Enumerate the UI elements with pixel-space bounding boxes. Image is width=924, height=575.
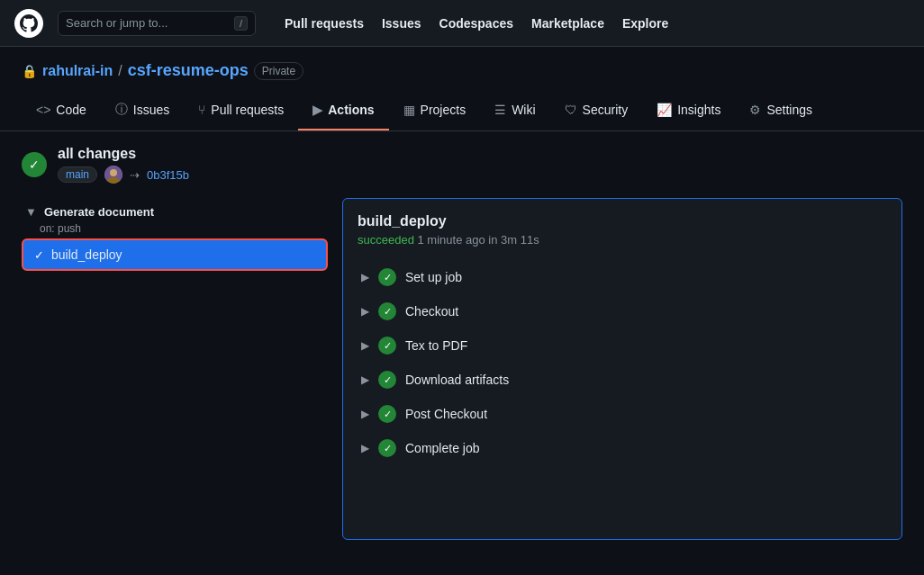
commit-row: ✓ all changes main ⇢ 0b3f15b — [22, 146, 902, 184]
search-bar[interactable]: Search or jump to... / — [58, 11, 256, 36]
step-item[interactable]: ▶ ✓ Complete job — [358, 432, 887, 464]
step-item[interactable]: ▶ ✓ Checkout — [358, 295, 887, 328]
nav-links: Pull requests Issues Codespaces Marketpl… — [277, 13, 675, 34]
step-name: Complete job — [405, 441, 480, 455]
nav-explore[interactable]: Explore — [615, 13, 675, 34]
step-item[interactable]: ▶ ✓ Tex to PDF — [358, 329, 887, 362]
workflow-sublabel: on: push — [22, 222, 328, 235]
step-item[interactable]: ▶ ✓ Download artifacts — [358, 364, 887, 396]
commit-meta: main ⇢ 0b3f15b — [58, 166, 189, 184]
step-check-icon: ✓ — [378, 439, 396, 457]
visibility-badge: Private — [254, 62, 303, 80]
job-check-icon: ✓ — [34, 248, 44, 262]
search-text: Search or jump to... — [66, 16, 168, 30]
repo-owner[interactable]: rahulrai-in — [42, 63, 113, 79]
tab-actions-label: Actions — [328, 103, 374, 117]
repo-slash: / — [118, 63, 122, 79]
nav-issues[interactable]: Issues — [375, 13, 429, 34]
main-content: ✓ all changes main ⇢ 0b3f15b — [0, 131, 924, 554]
tab-projects[interactable]: ▦ Projects — [389, 91, 481, 130]
insights-icon: 📈 — [657, 103, 672, 117]
chevron-down-icon: ▼ — [25, 205, 37, 219]
job-status: succeeded — [358, 233, 414, 247]
tab-wiki-label: Wiki — [512, 103, 535, 117]
step-chevron-icon: ▶ — [361, 305, 369, 318]
tab-settings-label: Settings — [766, 103, 812, 117]
github-logo[interactable] — [14, 9, 43, 38]
tab-security[interactable]: 🛡 Security — [550, 91, 643, 130]
actions-icon: ▶ — [313, 103, 322, 117]
workflow-group: ▼ Generate document on: push ✓ build_dep… — [22, 198, 328, 271]
step-check-icon: ✓ — [378, 371, 396, 389]
left-panel: ▼ Generate document on: push ✓ build_dep… — [22, 198, 328, 540]
step-check-icon: ✓ — [378, 302, 396, 320]
right-panel: build_deploy succeeded 1 minute ago in 3… — [342, 198, 902, 540]
tab-wiki[interactable]: ☰ Wiki — [480, 91, 549, 130]
step-chevron-icon: ▶ — [361, 442, 369, 454]
pr-icon: ⑂ — [198, 103, 205, 117]
nav-marketplace[interactable]: Marketplace — [524, 13, 611, 34]
job-name: build_deploy — [51, 247, 122, 262]
wiki-icon: ☰ — [494, 103, 506, 117]
tab-settings[interactable]: ⚙ Settings — [735, 91, 827, 130]
job-meta: succeeded 1 minute ago in 3m 11s — [358, 233, 887, 247]
workflow-group-label: Generate document — [44, 205, 154, 219]
step-name: Download artifacts — [405, 373, 509, 387]
step-check-icon: ✓ — [378, 337, 396, 355]
check-icon: ✓ — [29, 157, 40, 172]
step-name: Tex to PDF — [405, 338, 467, 353]
repo-tabs: <> Code ⓘ Issues ⑂ Pull requests ▶ Actio… — [22, 91, 902, 130]
step-name: Set up job — [405, 270, 462, 284]
tab-security-label: Security — [583, 103, 629, 117]
step-check-icon: ✓ — [378, 268, 396, 286]
tab-pr-label: Pull requests — [211, 103, 284, 117]
step-check-icon: ✓ — [378, 405, 396, 423]
commit-info: all changes main ⇢ 0b3f15b — [58, 146, 189, 184]
avatar — [104, 166, 122, 184]
step-name: Post Checkout — [405, 407, 487, 421]
status-circle: ✓ — [22, 152, 47, 177]
step-item[interactable]: ▶ ✓ Set up job — [358, 261, 887, 293]
commit-title: all changes — [58, 146, 189, 162]
lock-icon: 🔒 — [22, 64, 37, 78]
nav-pull-requests[interactable]: Pull requests — [277, 13, 371, 34]
step-chevron-icon: ▶ — [361, 373, 369, 386]
svg-point-1 — [110, 169, 117, 176]
step-list: ▶ ✓ Set up job ▶ ✓ Checkout ▶ ✓ Tex to P… — [358, 261, 887, 464]
nav-codespaces[interactable]: Codespaces — [432, 13, 521, 34]
tab-insights[interactable]: 📈 Insights — [642, 91, 735, 130]
tab-issues[interactable]: ⓘ Issues — [101, 91, 184, 130]
top-nav: Search or jump to... / Pull requests Iss… — [0, 0, 924, 47]
repo-header: 🔒 rahulrai-in / csf-resume-ops Private <… — [0, 47, 924, 131]
step-chevron-icon: ▶ — [361, 408, 369, 420]
job-item-build-deploy[interactable]: ✓ build_deploy — [22, 238, 328, 271]
issues-icon: ⓘ — [115, 102, 128, 118]
projects-icon: ▦ — [403, 103, 415, 117]
tab-code-label: Code — [56, 103, 86, 117]
step-chevron-icon: ▶ — [361, 339, 369, 352]
commit-hash[interactable]: 0b3f15b — [147, 168, 189, 182]
tab-insights-label: Insights — [677, 103, 720, 117]
branch-badge: main — [58, 166, 97, 183]
commit-arrow: ⇢ — [130, 168, 140, 182]
step-item[interactable]: ▶ ✓ Post Checkout — [358, 398, 887, 430]
settings-icon: ⚙ — [749, 103, 761, 117]
tab-projects-label: Projects — [421, 103, 467, 117]
code-icon: <> — [36, 103, 50, 117]
tab-actions[interactable]: ▶ Actions — [298, 91, 388, 130]
slash-key: / — [234, 16, 248, 31]
job-time: 1 minute ago in 3m 11s — [418, 233, 539, 247]
security-icon: 🛡 — [565, 103, 577, 117]
tab-pull-requests[interactable]: ⑂ Pull requests — [184, 91, 298, 130]
workflow-layout: ▼ Generate document on: push ✓ build_dep… — [22, 198, 902, 540]
job-title: build_deploy — [358, 213, 887, 229]
repo-path: 🔒 rahulrai-in / csf-resume-ops Private — [22, 61, 902, 80]
step-chevron-icon: ▶ — [361, 271, 369, 283]
repo-name[interactable]: csf-resume-ops — [128, 61, 249, 80]
tab-code[interactable]: <> Code — [22, 91, 101, 130]
tab-issues-label: Issues — [133, 103, 169, 117]
step-name: Checkout — [405, 304, 458, 319]
